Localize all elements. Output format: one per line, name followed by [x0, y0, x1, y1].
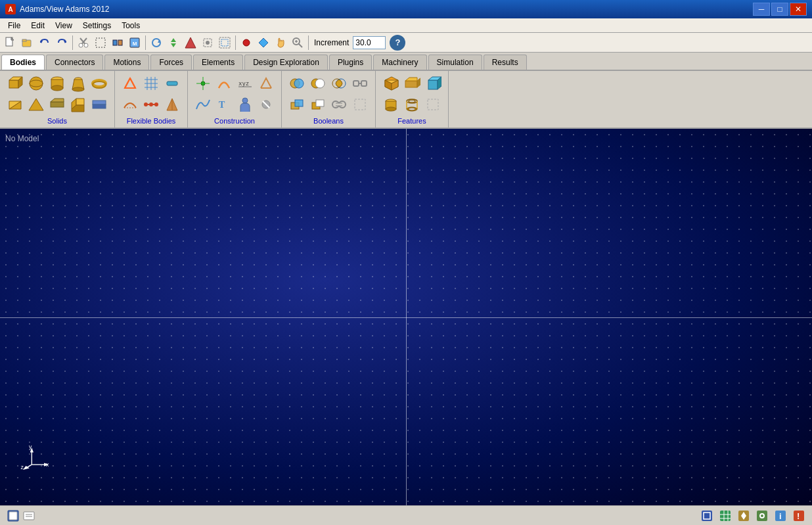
bool-chain-button[interactable] [350, 74, 370, 93]
solid-torus-button[interactable] [89, 74, 109, 93]
open-button[interactable] [20, 35, 35, 51]
translate-button[interactable] [166, 35, 181, 51]
flex-bar-button[interactable] [162, 74, 182, 93]
increment-input[interactable] [353, 36, 386, 49]
no-model-label: No Model [5, 134, 39, 143]
con-curve-button[interactable] [193, 95, 213, 114]
menu-tools[interactable]: Tools [116, 20, 145, 32]
svg-rect-103 [405, 81, 417, 87]
help-button[interactable]: ? [390, 35, 405, 51]
bool-subtract2-button[interactable] [308, 95, 328, 114]
con-text-button[interactable]: T [214, 95, 234, 114]
svg-rect-11 [113, 40, 117, 45]
solid-plate-button[interactable] [47, 95, 67, 114]
bool-union-button[interactable] [287, 74, 307, 93]
move2-button[interactable] [256, 35, 271, 51]
tab-elements[interactable]: Elements [193, 55, 243, 70]
feat-blank-button[interactable] [423, 95, 443, 114]
svg-line-55 [130, 78, 135, 88]
flex-body1-button[interactable] [120, 74, 140, 93]
solid-triangle-button[interactable] [26, 95, 46, 114]
close-button[interactable]: ✕ [790, 3, 807, 16]
status-snap-button[interactable] [754, 508, 770, 524]
viewport[interactable]: No Model y x z [0, 129, 812, 505]
point-button[interactable] [238, 35, 254, 51]
tab-plugins[interactable]: Plugins [329, 55, 372, 70]
app-icon: A [5, 4, 16, 14]
svg-rect-51 [93, 101, 106, 104]
con-xyz-button[interactable]: xyz [235, 74, 255, 93]
rotate-button[interactable] [148, 35, 164, 51]
bool-intersect-button[interactable] [329, 74, 349, 93]
status-pin-button[interactable] [736, 508, 752, 524]
cut-button[interactable] [76, 35, 91, 51]
select-all-button[interactable] [217, 35, 233, 51]
flex-beam-button[interactable] [120, 95, 140, 114]
feat-plate-button[interactable] [402, 74, 422, 93]
svg-point-33 [30, 77, 43, 90]
svg-rect-92 [316, 100, 324, 106]
tab-design-exploration[interactable]: Design Exploration [244, 55, 328, 70]
booleans-label: Booleans [313, 116, 344, 125]
svg-rect-129 [9, 512, 17, 520]
menu-view[interactable]: View [50, 20, 78, 32]
bool-chain2-button[interactable] [329, 95, 349, 114]
move-button[interactable]: M [127, 35, 143, 51]
tab-connectors[interactable]: Connectors [46, 55, 103, 70]
new-button[interactable] [3, 35, 18, 51]
status-zoom-button[interactable] [699, 508, 715, 524]
flex-tool-button[interactable] [162, 95, 182, 114]
minimize-button[interactable]: ─ [753, 3, 770, 16]
solid-wedge-button[interactable] [5, 95, 25, 114]
maximize-button[interactable]: □ [771, 3, 788, 16]
con-blank-button[interactable] [256, 95, 276, 114]
bool-subtract-button[interactable] [308, 74, 328, 93]
status-grid-button[interactable] [717, 508, 733, 524]
feat-solid-button[interactable] [423, 74, 443, 93]
tab-machinery[interactable]: Machinery [373, 55, 426, 70]
con-arc-button[interactable] [214, 74, 234, 93]
solid-extrusion-button[interactable] [68, 95, 88, 114]
tab-results[interactable]: Results [484, 55, 527, 70]
bool-union2-button[interactable] [287, 95, 307, 114]
con-point-button[interactable] [193, 74, 213, 93]
select-button[interactable] [93, 35, 108, 51]
bool-blank2-button[interactable] [350, 95, 370, 114]
status-icon-1[interactable] [5, 508, 21, 524]
scale-button[interactable] [183, 35, 198, 51]
feat-cylinder-button[interactable] [381, 95, 401, 114]
svg-rect-118 [428, 99, 438, 110]
tab-simulation[interactable]: Simulation [428, 55, 482, 70]
group-button[interactable] [110, 35, 125, 51]
flexible-bodies-label: Flexible Bodies [127, 116, 176, 125]
flex-multi-button[interactable] [141, 95, 161, 114]
menu-settings[interactable]: Settings [78, 20, 116, 32]
con-fig-button[interactable] [256, 74, 276, 93]
status-warning-button[interactable]: ! [791, 508, 807, 524]
menu-edit[interactable]: Edit [26, 20, 50, 32]
solid-sphere-button[interactable] [26, 74, 46, 93]
flex-grid-button[interactable] [141, 74, 161, 93]
solid-bar-button[interactable] [89, 95, 109, 114]
zoom-button[interactable] [290, 35, 305, 51]
menu-file[interactable]: File [3, 20, 26, 32]
solid-frustum-button[interactable] [68, 74, 88, 93]
tab-forces[interactable]: Forces [150, 55, 192, 70]
undo-button[interactable] [37, 35, 53, 51]
svg-point-81 [294, 79, 304, 88]
con-person-button[interactable] [235, 95, 255, 114]
solid-box-button[interactable] [5, 74, 25, 93]
tab-bodies[interactable]: Bodies [1, 55, 45, 70]
feat-block-button[interactable] [381, 74, 401, 93]
status-info-button[interactable]: i [773, 508, 788, 524]
redo-button[interactable] [54, 35, 70, 51]
tab-motions[interactable]: Motions [104, 55, 149, 70]
svg-rect-90 [295, 100, 303, 106]
solid-cylinder-button[interactable] [47, 74, 67, 93]
hand-button[interactable] [273, 35, 288, 51]
feat-tube-button[interactable] [402, 95, 422, 114]
snap-button[interactable] [200, 35, 215, 51]
svg-point-37 [51, 85, 63, 91]
increment-label: Increment [311, 38, 351, 47]
status-icon-2[interactable] [21, 508, 37, 524]
